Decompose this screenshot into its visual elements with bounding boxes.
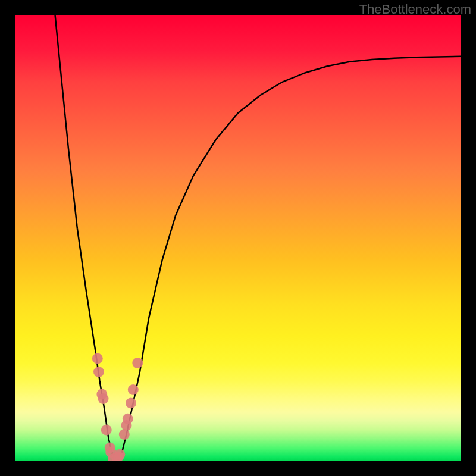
data-point xyxy=(98,393,109,404)
data-point xyxy=(92,353,103,364)
data-point xyxy=(126,398,136,409)
dots-group xyxy=(92,353,143,462)
chart-svg xyxy=(15,15,461,461)
plot-area xyxy=(15,15,461,461)
watermark: TheBottleneck.com xyxy=(359,2,471,17)
data-point xyxy=(101,425,112,436)
data-point xyxy=(132,358,143,368)
bottleneck-curve xyxy=(55,15,462,459)
data-point xyxy=(93,367,104,377)
data-point xyxy=(123,414,133,424)
data-point xyxy=(128,384,139,395)
data-point xyxy=(114,449,125,460)
data-point xyxy=(119,429,130,440)
